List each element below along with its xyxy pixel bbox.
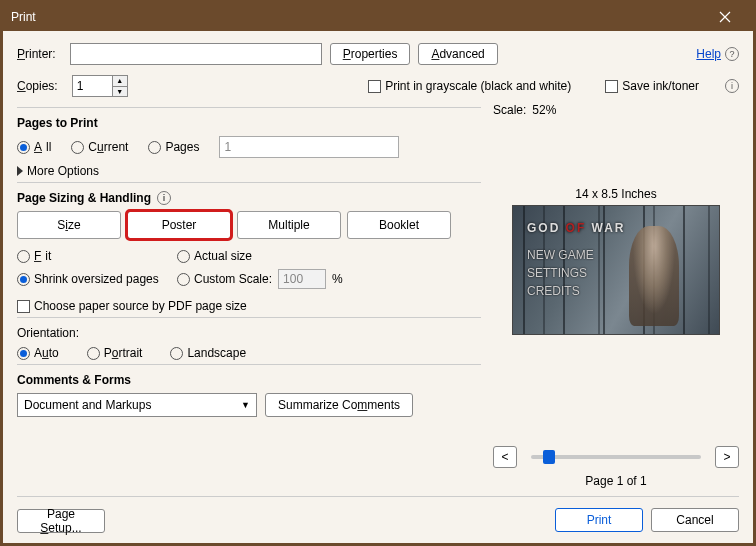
pages-heading: Pages to Print (17, 116, 481, 130)
copies-up[interactable]: ▲ (112, 75, 128, 86)
custom-scale-radio[interactable]: Custom Scale: (177, 272, 272, 286)
help-link[interactable]: Help ? (696, 47, 739, 61)
cancel-button[interactable]: Cancel (651, 508, 739, 532)
preview-thumbnail: GOD OF WAR NEW GAME SETTINGS CREDITS (512, 205, 720, 335)
summarize-comments-button[interactable]: Summarize Comments (265, 393, 413, 417)
advanced-button[interactable]: Advanced (418, 43, 497, 65)
booklet-tab[interactable]: Booklet (347, 211, 451, 239)
orientation-heading: Orientation: (17, 326, 481, 340)
orientation-portrait-radio[interactable]: Portrait (87, 346, 143, 360)
window-title: Print (11, 10, 36, 24)
scale-value: 52% (532, 103, 556, 117)
preview-slider-thumb[interactable] (543, 450, 555, 464)
preview-next-button[interactable]: > (715, 446, 739, 468)
copies-label: Copies: (17, 79, 58, 93)
multiple-tab[interactable]: Multiple (237, 211, 341, 239)
choose-paper-label: Choose paper source by PDF page size (34, 299, 247, 313)
grayscale-checkbox[interactable]: Print in grayscale (black and white) (368, 79, 571, 93)
orientation-section: Orientation: Auto Portrait Landscape (17, 317, 481, 360)
preview-logo: GOD OF WAR (527, 220, 626, 236)
checkbox-box-icon (605, 80, 618, 93)
preview-figure (629, 226, 679, 326)
comments-select[interactable]: Document and Markups ▼ (17, 393, 257, 417)
pages-section: Pages to Print All Current Pages More Op… (17, 107, 481, 178)
triangle-right-icon (17, 166, 23, 176)
percent-label: % (332, 272, 343, 286)
orientation-landscape-radio[interactable]: Landscape (170, 346, 246, 360)
poster-tab[interactable]: Poster (127, 211, 231, 239)
copies-input[interactable] (72, 75, 112, 97)
pages-current-radio[interactable]: Current (71, 140, 128, 154)
properties-button[interactable]: Properties (330, 43, 411, 65)
more-options-toggle[interactable]: More Options (17, 164, 481, 178)
help-icon: ? (725, 47, 739, 61)
size-tab[interactable]: Size (17, 211, 121, 239)
sizing-heading: Page Sizing & Handling (17, 191, 151, 205)
pages-range-input[interactable] (219, 136, 399, 158)
sizing-section: Page Sizing & Handling i Size Poster Mul… (17, 182, 481, 313)
preview-menu-text: NEW GAME SETTINGS CREDITS (527, 246, 594, 300)
custom-scale-input[interactable] (278, 269, 326, 289)
page-setup-button[interactable]: Page Setup... (17, 509, 105, 533)
chevron-down-icon: ▼ (241, 400, 250, 410)
help-label: Help (696, 47, 721, 61)
pages-all-radio[interactable]: All (17, 140, 51, 154)
copies-spinner[interactable]: ▲ ▼ (72, 75, 128, 97)
printer-label: Printer: (17, 47, 56, 61)
close-icon (719, 11, 731, 23)
checkbox-box-icon (368, 80, 381, 93)
more-options-label: More Options (27, 164, 99, 178)
comments-section: Comments & Forms Document and Markups ▼ … (17, 364, 481, 417)
fit-radio[interactable]: Fit (17, 249, 177, 263)
window-titlebar: Print (3, 3, 753, 31)
preview-slider[interactable] (531, 455, 701, 459)
preview-dimensions: 14 x 8.5 Inches (493, 187, 739, 201)
sizing-info-icon[interactable]: i (157, 191, 171, 205)
actual-size-radio[interactable]: Actual size (177, 249, 481, 263)
print-button[interactable]: Print (555, 508, 643, 532)
checkbox-box-icon (17, 300, 30, 313)
pages-range-radio[interactable]: Pages (148, 140, 199, 154)
choose-paper-checkbox[interactable]: Choose paper source by PDF page size (17, 299, 481, 313)
close-button[interactable] (705, 3, 745, 31)
grayscale-label: Print in grayscale (black and white) (385, 79, 571, 93)
copies-down[interactable]: ▼ (112, 86, 128, 98)
preview-prev-button[interactable]: < (493, 446, 517, 468)
orientation-auto-radio[interactable]: Auto (17, 346, 59, 360)
comments-value: Document and Markups (24, 398, 151, 412)
ink-info-icon[interactable]: i (725, 79, 739, 93)
scale-label: Scale: (493, 103, 526, 117)
save-ink-label: Save ink/toner (622, 79, 699, 93)
shrink-radio[interactable]: Shrink oversized pages (17, 272, 177, 286)
comments-heading: Comments & Forms (17, 373, 481, 387)
save-ink-checkbox[interactable]: Save ink/toner (605, 79, 699, 93)
preview-page-of: Page 1 of 1 (493, 474, 739, 488)
printer-select[interactable]: Microsoft Print to PDF (70, 43, 322, 65)
